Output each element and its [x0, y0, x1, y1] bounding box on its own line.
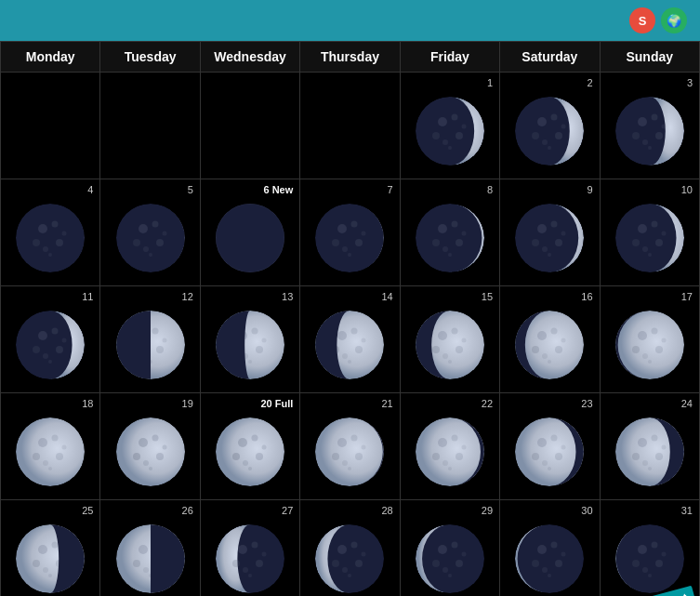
moon-phase-image [103, 304, 196, 386]
svg-point-251 [448, 574, 452, 577]
svg-point-183 [456, 453, 463, 460]
day-number: 10 [603, 182, 696, 195]
moon-svg [615, 204, 684, 272]
svg-point-15 [561, 125, 566, 129]
calendar-cell: 29 [400, 500, 499, 597]
svg-point-132 [542, 353, 548, 359]
day-number: 9 [503, 182, 596, 195]
moon-svg [416, 97, 484, 166]
svg-point-156 [139, 438, 148, 447]
svg-point-152 [62, 445, 67, 450]
svg-point-174 [355, 453, 363, 460]
svg-point-87 [43, 353, 48, 359]
svg-point-26 [648, 146, 652, 150]
svg-point-88 [52, 328, 59, 335]
svg-point-254 [537, 545, 547, 554]
svg-point-23 [651, 114, 657, 121]
svg-point-113 [355, 346, 363, 353]
svg-point-245 [438, 545, 447, 554]
svg-point-202 [642, 460, 648, 466]
svg-point-78 [642, 246, 648, 252]
moon-svg [216, 417, 284, 486]
calendar-cell: 5 [100, 179, 200, 286]
svg-point-37 [116, 204, 185, 272]
svg-point-209 [38, 545, 47, 554]
svg-point-28 [16, 204, 85, 272]
svg-point-6 [461, 125, 466, 129]
svg-point-91 [48, 360, 52, 364]
svg-point-118 [348, 360, 351, 364]
svg-point-229 [243, 567, 248, 573]
svg-point-71 [561, 232, 566, 236]
svg-point-165 [256, 453, 263, 460]
col-saturday: Saturday [500, 42, 600, 73]
svg-point-25 [632, 132, 640, 139]
svg-point-197 [548, 467, 551, 470]
svg-point-131 [555, 346, 562, 353]
svg-point-163 [216, 417, 284, 486]
svg-point-175 [342, 460, 348, 466]
svg-point-233 [248, 574, 252, 577]
col-tuesday: Tuesday [100, 42, 200, 73]
day-number: 26 [103, 503, 196, 516]
calendar-cell: 7 [300, 179, 400, 286]
svg-point-230 [252, 542, 258, 549]
moon-phase-image [204, 518, 297, 596]
day-number: 17 [603, 289, 696, 302]
col-monday: Monday [1, 42, 100, 73]
svg-point-89 [62, 338, 67, 343]
svg-point-39 [156, 239, 164, 246]
week-row-0: 1 [1, 73, 700, 179]
moon-phase-image [603, 304, 696, 386]
week-row-3: 18 [1, 393, 700, 500]
svg-point-32 [52, 221, 59, 228]
moon-phase-image [303, 197, 396, 279]
moon-svg [116, 524, 185, 593]
svg-point-114 [342, 353, 348, 359]
svg-point-98 [162, 338, 166, 343]
moon-phase-image [503, 411, 596, 493]
svg-point-42 [162, 232, 166, 236]
moon-phase-image [603, 411, 696, 493]
calendar-container: Monday Tuesday Wednesday Thursday Friday… [0, 41, 700, 596]
svg-point-232 [232, 560, 240, 567]
svg-point-220 [143, 567, 149, 573]
svg-point-24 [661, 125, 666, 129]
svg-point-164 [238, 438, 247, 447]
moon-svg [615, 524, 684, 593]
svg-point-63 [432, 239, 440, 246]
calendar-cell: 25 [1, 500, 100, 597]
day-number: 24 [603, 396, 696, 409]
calendar-cell: 26 [100, 500, 200, 597]
svg-point-139 [638, 331, 647, 340]
moon-phase-image [303, 518, 396, 596]
svg-point-11 [537, 117, 547, 126]
svg-point-48 [315, 204, 384, 272]
day-number: 15 [403, 289, 496, 302]
calendar-cell: 15 [400, 286, 499, 393]
svg-point-14 [551, 114, 558, 121]
day-number: 28 [303, 503, 396, 516]
svg-point-29 [38, 224, 47, 233]
svg-point-144 [632, 346, 640, 353]
day-number: 11 [4, 289, 97, 302]
moon-phase-image [204, 411, 297, 493]
svg-point-20 [638, 117, 647, 126]
moon-phase-image [204, 197, 297, 279]
svg-point-170 [248, 467, 252, 470]
svg-point-260 [548, 574, 551, 577]
calendar-cell [100, 73, 200, 179]
moon-svg [16, 204, 85, 272]
calendar-cell: 10 [600, 179, 699, 286]
day-number: 4 [4, 182, 97, 195]
svg-point-122 [456, 346, 463, 353]
col-thursday: Thursday [300, 42, 400, 73]
day-number: 16 [503, 289, 596, 302]
week-row-4: 25 [1, 500, 700, 597]
header-icons: S 🌍 [629, 7, 687, 33]
moon-svg [515, 524, 584, 593]
day-number: 23 [503, 396, 596, 409]
calendar-cell: 19 [100, 393, 200, 500]
svg-point-76 [638, 224, 647, 233]
day-number: 7 [303, 182, 396, 195]
